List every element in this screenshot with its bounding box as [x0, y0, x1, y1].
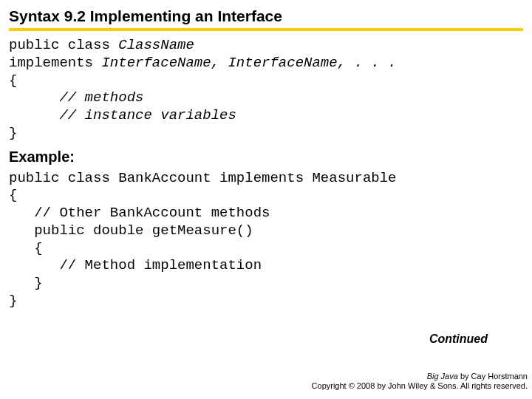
example-line-8: }: [9, 293, 17, 309]
example-heading: Example:: [9, 149, 523, 166]
title-block: Syntax 9.2 Implementing an Interface: [9, 7, 523, 31]
continued-label: Continued: [429, 332, 488, 346]
example-line-4: public double getMeasure(): [9, 222, 253, 239]
syntax-line-1-classname: ClassName: [118, 37, 194, 53]
syntax-line-1-keyword: public class: [9, 37, 118, 53]
example-line-1: public class BankAccount implements Meas…: [9, 170, 397, 186]
example-line-3: // Other BankAccount methods: [9, 205, 270, 221]
footer-book-title: Big Java: [427, 372, 458, 381]
syntax-code-block: public class ClassName implements Interf…: [9, 37, 523, 143]
footer-copyright: Copyright © 2008 by John Wiley & Sons. A…: [312, 381, 528, 392]
example-line-7: }: [9, 275, 43, 291]
syntax-line-6: }: [9, 125, 17, 141]
footer-line-1: Big Java by Cay Horstmann: [312, 372, 528, 382]
footer: Big Java by Cay Horstmann Copyright © 20…: [312, 372, 528, 392]
slide-title: Syntax 9.2 Implementing an Interface: [9, 7, 523, 31]
syntax-line-2-keyword: implements: [9, 55, 101, 71]
syntax-line-5: // instance variables: [9, 107, 236, 123]
syntax-line-2-interfaces: InterfaceName, InterfaceName, . . .: [101, 55, 396, 71]
footer-author: by Cay Horstmann: [458, 372, 528, 381]
syntax-line-3: {: [9, 72, 17, 89]
example-line-6: // Method implementation: [9, 257, 262, 273]
example-line-5: {: [9, 240, 43, 256]
slide: Syntax 9.2 Implementing an Interface pub…: [0, 0, 532, 399]
example-line-2: {: [9, 187, 17, 203]
syntax-line-4: // methods: [9, 89, 143, 106]
example-code-block: public class BankAccount implements Meas…: [9, 170, 523, 310]
